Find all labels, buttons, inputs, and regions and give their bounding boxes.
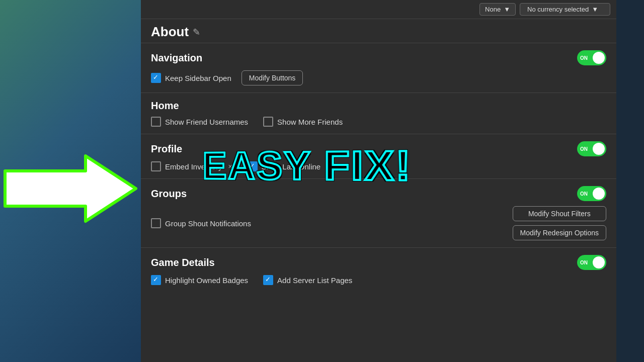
navigation-title: Navigation	[151, 52, 202, 64]
currency-label: No currency selected	[527, 6, 589, 13]
keep-sidebar-open-checkbox[interactable]	[151, 73, 161, 83]
show-more-friends-label: Show More Friends	[277, 118, 343, 126]
settings-panel: None ▼ No currency selected ▼ About ✎ Na…	[141, 0, 616, 362]
navigation-toggle-knob	[593, 52, 605, 64]
keep-sidebar-open-item: Keep Sidebar Open	[151, 73, 231, 83]
add-server-list-pages-checkbox[interactable]	[263, 275, 273, 285]
show-friend-usernames-item: Show Friend Usernames	[151, 117, 248, 127]
embed-inventory-close-icon[interactable]: ×	[228, 162, 232, 170]
show-more-friends-item: Show More Friends	[263, 117, 343, 127]
profile-toggle-label: ON	[580, 146, 588, 152]
game-details-toggle-knob	[593, 256, 605, 268]
game-details-title: Game Details	[151, 257, 215, 268]
group-shout-notifications-checkbox[interactable]	[151, 218, 161, 228]
currency-arrow-icon: ▼	[592, 6, 598, 13]
game-details-section: Game Details ON Highlight Owned Badges A…	[141, 247, 616, 292]
modify-redesign-options-button[interactable]: Modify Redesign Options	[513, 225, 606, 240]
about-header: About ✎	[141, 19, 616, 43]
profile-toggle[interactable]: ON	[577, 141, 606, 156]
top-bar: None ▼ No currency selected ▼	[141, 0, 616, 19]
show-more-friends-checkbox[interactable]	[263, 117, 273, 127]
game-details-content: Highlight Owned Badges Add Server List P…	[151, 275, 606, 285]
groups-toggle[interactable]: ON	[577, 186, 606, 201]
game-details-toggle-label: ON	[580, 260, 588, 265]
embed-inventory-label: Embed Inventory	[165, 162, 222, 171]
home-section: Home Show Friend Usernames Show More Fri…	[141, 93, 616, 134]
game-details-toggle[interactable]: ON	[577, 255, 606, 270]
show-last-online-label: Show Last Online	[262, 162, 321, 171]
profile-section: Profile ON Embed Inventory × Show Last O…	[141, 134, 616, 178]
navigation-section: Navigation ON Keep Sidebar Open Modify B…	[141, 43, 616, 93]
add-server-list-pages-item: Add Server List Pages	[263, 275, 352, 285]
none-dropdown[interactable]: None ▼	[479, 3, 516, 16]
embed-inventory-checkbox[interactable]	[151, 161, 161, 171]
background-right	[616, 0, 644, 362]
home-section-header: Home	[151, 100, 606, 112]
show-friend-usernames-label: Show Friend Usernames	[165, 118, 248, 126]
groups-title: Groups	[151, 188, 187, 200]
groups-buttons: Modify Shout Filters Modify Redesign Opt…	[513, 206, 606, 240]
show-last-online-checkbox[interactable]	[248, 161, 258, 171]
profile-toggle-knob	[593, 143, 605, 155]
modify-buttons-button[interactable]: Modify Buttons	[242, 70, 303, 85]
groups-toggle-label: ON	[580, 191, 588, 197]
profile-content: Embed Inventory × Show Last Online	[151, 161, 606, 171]
group-shout-notifications-label: Group Shout Notifications	[165, 219, 251, 228]
highlight-owned-badges-label: Highlight Owned Badges	[165, 276, 248, 285]
dropdown-arrow-icon: ▼	[504, 6, 510, 13]
navigation-toggle[interactable]: ON	[577, 50, 606, 65]
home-title: Home	[151, 100, 179, 112]
none-label: None	[485, 6, 501, 13]
keep-sidebar-open-label: Keep Sidebar Open	[165, 74, 231, 82]
home-content: Show Friend Usernames Show More Friends	[151, 117, 606, 127]
navigation-toggle-label: ON	[580, 55, 588, 61]
game-details-section-header: Game Details ON	[151, 255, 606, 270]
show-last-online-item: Show Last Online	[248, 161, 321, 171]
currency-dropdown[interactable]: No currency selected ▼	[520, 3, 610, 16]
highlight-owned-badges-item: Highlight Owned Badges	[151, 275, 248, 285]
groups-toggle-knob	[593, 188, 605, 200]
modify-shout-filters-button[interactable]: Modify Shout Filters	[513, 206, 606, 221]
highlight-owned-badges-checkbox[interactable]	[151, 275, 161, 285]
groups-section: Groups ON Group Shout Notifications Modi…	[141, 178, 616, 247]
navigation-section-header: Navigation ON	[151, 50, 606, 65]
background-left	[0, 0, 141, 362]
profile-section-header: Profile ON	[151, 141, 606, 156]
groups-content: Group Shout Notifications Modify Shout F…	[151, 206, 606, 240]
embed-inventory-item: Embed Inventory ×	[151, 161, 232, 171]
about-title: About	[151, 24, 189, 40]
groups-section-header: Groups ON	[151, 186, 606, 201]
group-shout-notifications-item: Group Shout Notifications	[151, 218, 251, 228]
add-server-list-pages-label: Add Server List Pages	[277, 276, 352, 285]
edit-icon[interactable]: ✎	[193, 27, 200, 38]
navigation-content: Keep Sidebar Open Modify Buttons	[151, 70, 606, 85]
profile-title: Profile	[151, 143, 182, 155]
show-friend-usernames-checkbox[interactable]	[151, 117, 161, 127]
